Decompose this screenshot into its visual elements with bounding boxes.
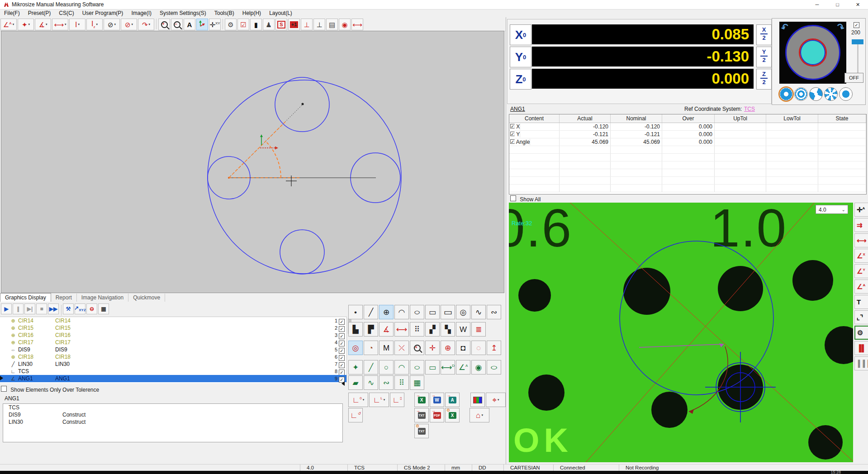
perpendicular-tool[interactable]: ⊥ [313, 19, 325, 30]
row-checkbox[interactable]: ✓ [510, 139, 515, 144]
menu-item[interactable]: File(F) [0, 9, 24, 17]
program-s-tool[interactable]: S [275, 19, 287, 30]
dro-label-x[interactable]: X0 [510, 24, 531, 45]
parallel-tool[interactable]: ≣ [471, 322, 486, 337]
display-tool[interactable]: ▮ [250, 19, 262, 30]
detail-row[interactable]: TCS [3, 404, 342, 411]
construct-rectangle[interactable]: ▭ [425, 360, 440, 374]
xy-move-tool[interactable]: ✛XY [209, 19, 221, 30]
table-row[interactable]: ✓ Angle45.06945.0690.000 [509, 138, 866, 146]
height-z-tool[interactable]: Ⅰz▾ [86, 19, 103, 30]
distance-tool[interactable]: ⟷▾ [52, 19, 68, 30]
span-tool[interactable]: ⟷ [351, 19, 363, 30]
construct-ellipse[interactable]: ○ [410, 360, 424, 374]
row-checkbox[interactable]: ✓ [510, 132, 515, 136]
export-excel-button[interactable]: →X [414, 393, 429, 407]
cs-zero-button[interactable]: ∟0▾ [348, 393, 368, 407]
tool-contour[interactable]: ∾ [487, 305, 501, 319]
tab-quickmove[interactable]: Quickmove [128, 294, 165, 302]
export-pdf-button[interactable]: →PDF [430, 408, 444, 422]
barcode-button[interactable]: ║║║ [854, 356, 868, 370]
pause-capture-button[interactable]: ▐▌ [854, 341, 868, 355]
rgb-view-button[interactable] [470, 393, 485, 407]
dro-label-z[interactable]: Z0 [510, 69, 531, 90]
minimize-button[interactable]: ─ [807, 0, 827, 9]
crosshair-view-button[interactable]: ⌖▾ [486, 393, 506, 407]
export-txt-auto-button[interactable]: ⚙TXT [414, 424, 429, 438]
light-off-button[interactable]: OFF [844, 73, 863, 83]
list-item-cir15[interactable]: ⊕CIR15CIR152✓ [0, 324, 346, 332]
auto-arc-tool[interactable]: ◔ [364, 341, 378, 355]
cs-rotate-button[interactable]: ∟↺ [348, 408, 363, 422]
dashed-circle-tool[interactable]: ◌ [471, 341, 486, 355]
point-cloud-tool[interactable]: ⠿ [410, 322, 424, 337]
add-one-tool[interactable]: +1 [288, 19, 300, 30]
list-item-dis9[interactable]: ⇔DIS9DIS95✓ [0, 346, 346, 353]
intersect-tool[interactable]: ⤫ [394, 341, 409, 355]
list-item-cir16[interactable]: ⊕CIR16CIR163✓ [0, 332, 346, 339]
camera-circle-overlay[interactable] [705, 352, 776, 422]
magnify-tool[interactable]: + [410, 341, 424, 355]
coaxial-light-mode-button[interactable] [794, 87, 808, 101]
step-button[interactable]: ▶| [24, 303, 35, 314]
rotate-ccw-icon[interactable]: ↶ [779, 21, 791, 34]
width-tool[interactable]: ⟷ [394, 322, 409, 337]
construct-line[interactable]: ╱ [364, 360, 378, 374]
home-view-button[interactable]: ⌂▾ [470, 408, 489, 422]
angle-compare-tool[interactable]: ∡ [379, 322, 394, 337]
height-tool[interactable]: Ⅰ▾ [69, 19, 85, 30]
construct-ring[interactable]: ◉ [471, 360, 486, 374]
distance-button[interactable]: ⟷ [854, 233, 868, 247]
construct-plane[interactable]: ▰ [348, 375, 363, 390]
tool-curve[interactable]: ∿ [471, 305, 486, 319]
list-item-cir14[interactable]: ⊕CIR14CIR141✓ [0, 317, 346, 324]
ref-cs-link[interactable]: TCS [744, 106, 755, 112]
tool-ring[interactable]: ◎ [456, 305, 470, 319]
tool-line[interactable]: ╱ [364, 305, 378, 319]
graphic-circle-bottom[interactable] [280, 230, 324, 274]
construct-circle[interactable]: ○ [379, 360, 394, 374]
menu-item[interactable]: CS(C) [55, 9, 78, 17]
multi-distance-button[interactable]: ⇉ [854, 218, 868, 232]
half-button-z[interactable]: Z2 [756, 69, 772, 90]
level-tool[interactable]: ⊥ [301, 19, 313, 30]
half-button-x[interactable]: X2 [756, 24, 772, 45]
tab-graphics-display[interactable]: Graphics Display [0, 293, 51, 302]
list-item-cir18[interactable]: ⊕CIR18CIR186✓ [0, 353, 346, 360]
zoom-in-tool[interactable]: + [158, 19, 170, 30]
menu-item[interactable]: Preset(P) [24, 9, 55, 17]
profile-tool-1[interactable]: ▞ [425, 322, 440, 337]
row-checkbox[interactable]: ✓ [510, 124, 515, 128]
cross-tool[interactable]: ✛ [425, 341, 440, 355]
tool-arc[interactable]: ◠ [394, 305, 409, 319]
export-excel-auto-button[interactable]: ⚙X [445, 408, 460, 422]
step-height-tool[interactable]: ▙ [348, 322, 363, 337]
construct-cloud[interactable]: ⠿ [394, 375, 409, 390]
export-cad-button[interactable]: →A [445, 393, 460, 407]
text-tool[interactable]: A [184, 19, 195, 30]
graphics-canvas[interactable] [1, 31, 504, 293]
text-button[interactable]: T [854, 295, 868, 309]
list-item-lin30[interactable]: ╱LIN30LIN307✓ [0, 360, 346, 368]
crosshair-capture-button[interactable]: ✛A [854, 203, 868, 217]
menu-item[interactable]: Image(I) [127, 9, 156, 17]
profile-tool-3[interactable]: W [456, 322, 470, 337]
camera-settings-button[interactable]: ⚙ [854, 326, 868, 340]
menu-item[interactable]: System Settings(S) [156, 9, 210, 17]
list-item-tcs[interactable]: ∟TCS8✓ [0, 368, 346, 375]
quadrant-light-mode-button[interactable] [807, 85, 825, 103]
export-word-button[interactable]: →W [430, 393, 444, 407]
construct-point[interactable]: ✦ [348, 360, 363, 374]
calculator-tool[interactable]: ▦ [410, 375, 424, 390]
ring-light-mode-button[interactable] [779, 87, 793, 101]
angle-x-button[interactable]: ∠X [854, 249, 868, 263]
construct-arc[interactable]: ◠ [394, 360, 409, 374]
remove-button[interactable]: ⊖ [86, 303, 97, 314]
dro-label-y[interactable]: Y0 [510, 47, 531, 67]
tool-slot[interactable]: ▭ [441, 305, 455, 319]
diameter-tool[interactable]: ⊘▾ [121, 19, 137, 30]
menu-item[interactable]: Layout(L) [265, 9, 296, 17]
xyz-button[interactable]: ↗XYZ [75, 303, 85, 314]
maximize-button[interactable]: □ [827, 0, 848, 9]
segment-light-mode-button[interactable] [824, 87, 838, 101]
